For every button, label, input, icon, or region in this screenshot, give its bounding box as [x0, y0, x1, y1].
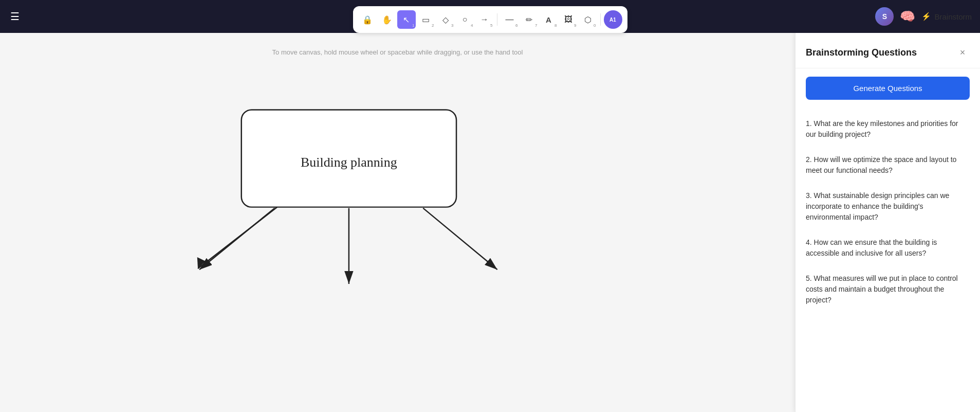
- tool-image[interactable]: 🖼 9: [559, 10, 578, 29]
- arrow-icon: →: [480, 15, 489, 24]
- left-arrow-head: [193, 255, 207, 268]
- ai-toolbar-icon: A1: [609, 17, 616, 23]
- select-icon: ↖: [403, 15, 410, 25]
- tool-diamond-badge: 3: [451, 23, 453, 28]
- diamond-icon: ◇: [442, 15, 449, 25]
- header-right: S 🧠 ⚡ Brainstorm: [867, 0, 980, 33]
- tool-lock[interactable]: 🔒: [358, 10, 377, 29]
- brainstorm-label: Brainstorm: [934, 12, 972, 21]
- line-icon: —: [506, 15, 514, 24]
- canvas-area[interactable]: To move canvas, hold mouse wheel or spac…: [0, 33, 795, 412]
- brainstorm-bolt-icon: ⚡: [921, 12, 931, 21]
- image-icon: 🖼: [564, 15, 572, 24]
- question-item: 2. How will we optimize the space and la…: [806, 148, 970, 182]
- menu-icon: ☰: [10, 10, 20, 23]
- tool-hand[interactable]: ✋: [378, 10, 396, 29]
- tool-text-badge: 8: [554, 23, 557, 28]
- toolbar: 🔒 ✋ ↖ 1 ▭ 2 ◇ 3 ○ 4 → 5 — 6 ✏ 7 A 8: [353, 6, 627, 33]
- left-branch-line: [199, 208, 274, 270]
- tool-circle-badge: 4: [471, 23, 473, 28]
- tool-image-badge: 9: [574, 23, 576, 28]
- tool-eraser-badge: 0: [594, 23, 596, 28]
- circle-icon: ○: [463, 15, 468, 24]
- eraser-icon: ⬡: [584, 15, 591, 25]
- tool-rect-badge: 2: [432, 23, 434, 28]
- tool-diamond[interactable]: ◇ 3: [436, 10, 455, 29]
- tool-pen[interactable]: ✏ 7: [520, 10, 539, 29]
- rect-icon: ▭: [422, 15, 430, 25]
- question-item: 4. How can we ensure that the building i…: [806, 231, 970, 265]
- right-panel: Brainstorming Questions × Generate Quest…: [795, 33, 980, 412]
- question-item: 5. What measures will we put in place to…: [806, 267, 970, 312]
- question-item: 1. What are the key milestones and prior…: [806, 112, 970, 146]
- panel-close-button[interactable]: ×: [955, 45, 970, 60]
- tool-line-badge: 6: [515, 23, 517, 28]
- tool-arrow[interactable]: → 5: [475, 10, 494, 29]
- close-icon: ×: [960, 47, 966, 58]
- tool-arrow-badge: 5: [490, 23, 492, 28]
- brain-icon: 🧠: [900, 9, 915, 24]
- toolbar-divider-1: [497, 13, 497, 26]
- lock-icon: 🔒: [362, 15, 373, 25]
- tool-select[interactable]: ↖ 1: [397, 10, 416, 29]
- brainstorm-button[interactable]: ⚡ Brainstorm: [921, 12, 972, 21]
- main-node-text: Building planning: [301, 155, 397, 170]
- mindmap-canvas[interactable]: Building planning: [0, 33, 795, 412]
- tool-text[interactable]: A 8: [540, 10, 558, 29]
- tool-rect[interactable]: ▭ 2: [417, 10, 435, 29]
- ai-toolbar-button[interactable]: A1: [604, 10, 622, 29]
- tool-select-badge: 1: [412, 23, 414, 28]
- tool-circle[interactable]: ○ 4: [456, 10, 474, 29]
- question-item: 3. What sustainable design principles ca…: [806, 184, 970, 229]
- menu-button[interactable]: ☰: [6, 6, 24, 27]
- panel-header: Brainstorming Questions ×: [796, 33, 980, 68]
- tool-line[interactable]: — 6: [501, 10, 519, 29]
- tool-pen-badge: 7: [535, 23, 537, 28]
- questions-list: 1. What are the key milestones and prior…: [796, 108, 980, 412]
- text-icon: A: [546, 15, 551, 24]
- right-branch-line: [423, 208, 497, 270]
- generate-questions-button[interactable]: Generate Questions: [806, 77, 970, 100]
- tool-eraser[interactable]: ⬡ 0: [579, 10, 597, 29]
- toolbar-divider-2: [600, 13, 601, 26]
- user-avatar: S: [875, 7, 894, 26]
- hand-icon: ✋: [382, 15, 392, 25]
- pen-icon: ✏: [526, 15, 532, 25]
- panel-title: Brainstorming Questions: [806, 47, 917, 58]
